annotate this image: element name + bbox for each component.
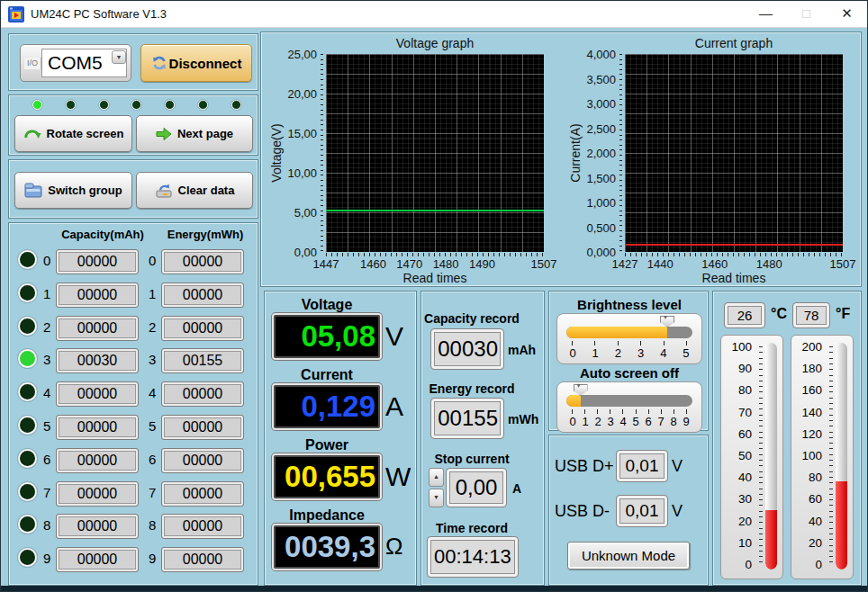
row-index: 7	[149, 485, 156, 500]
group-led	[18, 515, 37, 534]
row-index: 8	[43, 517, 50, 533]
energy-value: 00000	[161, 283, 244, 308]
fahrenheit-thermometer: 200180160140120100806040200	[791, 335, 854, 579]
tick-label: 4	[659, 346, 668, 360]
celsius-value: 26	[724, 302, 765, 328]
y-tick-labels: 0,005,0010,0015,0020,0025,00	[263, 54, 320, 252]
celsius-ticks	[754, 346, 763, 566]
tick-label: 9	[682, 415, 691, 428]
chart-title: Voltage graph	[326, 36, 544, 50]
impedance-label: Impedance	[272, 507, 382, 524]
spin-down-icon[interactable]: ▼	[429, 489, 444, 507]
energy-column-header: Energy(mWh)	[151, 228, 259, 241]
led-indicator	[198, 100, 208, 110]
plot-area	[326, 54, 544, 252]
next-page-button[interactable]: Next page	[136, 115, 253, 152]
fahrenheit-value: 78	[792, 302, 830, 328]
scale-label: 200	[795, 343, 822, 352]
meters-panel: Voltage 05,08 V Current 0,129 A Power 00…	[264, 291, 417, 586]
current-unit: A	[385, 391, 403, 422]
stop-current-unit: A	[512, 481, 521, 496]
row-index: 9	[43, 551, 50, 566]
voltage-chart: Voltage graph Voltage(V) 0,005,0010,0015…	[263, 34, 562, 284]
tick-label: 5	[682, 346, 691, 360]
capacity-value: 00000	[56, 283, 139, 308]
group-led	[18, 382, 37, 401]
stop-current-value[interactable]: 0,00	[446, 468, 507, 507]
auto-screen-off-slider[interactable]: 0123456789	[556, 381, 702, 433]
scale-label: 40	[795, 517, 822, 526]
scale-label: 0	[725, 561, 752, 570]
energy-record-unit: mWh	[508, 412, 538, 426]
energy-record-label: Energy record	[421, 381, 522, 396]
connection-panel: I/O COM5 ▼ Disconnect	[8, 33, 258, 91]
slider-thumb[interactable]	[660, 316, 674, 327]
stop-current-stepper[interactable]: ▲ ▼	[429, 468, 444, 507]
scale-label: 30	[725, 495, 752, 504]
scale-label: 100	[725, 343, 752, 352]
maximize-button: □	[786, 1, 827, 28]
row-index: 0	[43, 253, 50, 268]
close-button[interactable]: ✕	[827, 1, 867, 28]
clear-data-button[interactable]: Clear data	[136, 172, 253, 209]
slider-thumb[interactable]	[574, 384, 588, 396]
scale-label: 20	[795, 539, 822, 548]
status-led-row	[32, 100, 241, 110]
row-index: 3	[43, 352, 50, 367]
scale-label: 80	[795, 473, 822, 482]
minimize-button[interactable]: —	[746, 1, 786, 28]
stop-current-label: Stop current	[421, 452, 522, 466]
table-row: 300030300155	[9, 344, 258, 377]
scale-label: 10	[725, 539, 752, 548]
client-area: I/O COM5 ▼ Disconnect	[1, 28, 867, 592]
led-indicator	[66, 100, 76, 110]
voltage-unit: V	[385, 321, 403, 352]
tick-label: 2	[613, 346, 622, 360]
disconnect-label: Disconnect	[169, 56, 242, 71]
scale-label: 160	[795, 386, 822, 395]
scale-label: 70	[725, 408, 752, 417]
row-index: 6	[43, 452, 50, 467]
scale-label: 100	[795, 452, 822, 461]
rotate-screen-button[interactable]: Rotate screen	[14, 115, 132, 152]
energy-value: 00000	[161, 481, 244, 507]
led-indicator	[231, 100, 241, 110]
capacity-value: 00000	[56, 547, 139, 572]
tick-label: 1	[591, 346, 600, 360]
scale-label: 60	[725, 430, 752, 439]
slider-track[interactable]	[566, 327, 692, 338]
scale-label: 140	[795, 408, 822, 417]
switch-group-button[interactable]: Switch group	[14, 172, 132, 209]
brightness-slider[interactable]: 012345	[556, 313, 702, 364]
window-bottom-edge	[1, 586, 867, 592]
title-bar: UM24C PC Software V1.3 — □ ✕	[1, 1, 867, 28]
row-index: 7	[43, 485, 50, 500]
scale-label: 120	[795, 430, 822, 439]
folder-icon	[24, 183, 42, 198]
time-record-value: 00:14:13	[427, 536, 519, 578]
temperature-panel: 26 °C 78 °F 1009080706050403020100 20018…	[712, 291, 862, 586]
energy-value: 00155	[161, 348, 244, 373]
plot-area	[625, 54, 843, 252]
com-port-select[interactable]: I/O COM5 ▼	[20, 44, 131, 82]
capacity-value: 00000	[56, 415, 139, 440]
disconnect-button[interactable]: Disconnect	[140, 44, 252, 82]
capacity-value: 00000	[56, 481, 139, 507]
row-index: 1	[43, 286, 50, 301]
tick-label: 1	[581, 415, 590, 428]
led-indicator	[131, 100, 141, 110]
fahrenheit-unit: °F	[836, 306, 850, 322]
tick-label: 4	[619, 415, 628, 428]
energy-value: 00000	[161, 514, 244, 539]
records-table-body: 0000000000001000001000002000002000003000…	[9, 245, 258, 576]
slider-tick-labels: 012345	[566, 345, 692, 360]
x-axis-label: Read times	[625, 271, 843, 285]
mode-button[interactable]: Unknown Mode	[567, 542, 690, 570]
spin-up-icon[interactable]: ▲	[429, 468, 444, 487]
current-chart: Current graph Current(A) 0,0000,5001,000…	[562, 34, 861, 284]
chevron-down-icon[interactable]: ▼	[112, 50, 126, 64]
auto-screen-off-label: Auto screen off	[549, 365, 710, 381]
table-row: 800000800000	[9, 509, 258, 543]
slider-track[interactable]	[566, 395, 692, 407]
capacity-value: 00000	[56, 316, 139, 341]
